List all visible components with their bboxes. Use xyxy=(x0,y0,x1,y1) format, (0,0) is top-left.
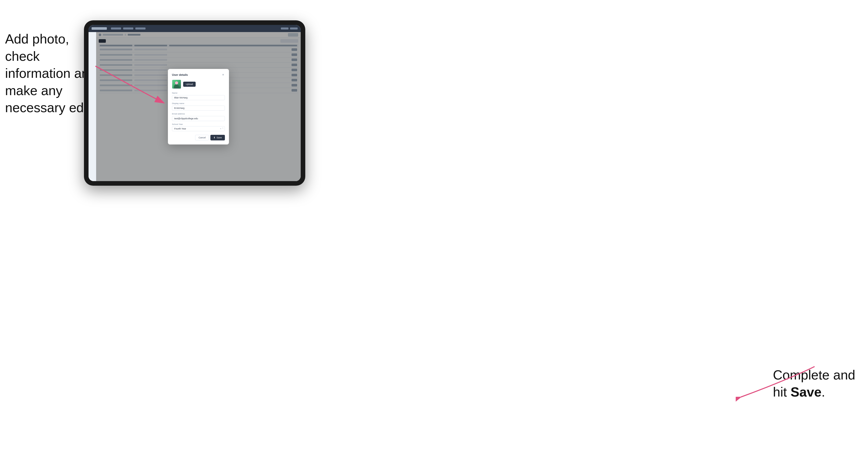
annotation-right-line2: hit xyxy=(773,384,790,399)
photo-thumbnail xyxy=(172,80,181,89)
name-input[interactable] xyxy=(172,95,225,100)
modal-footer: Cancel ⬆ Save xyxy=(172,135,225,141)
select-clear-icon[interactable]: × xyxy=(220,127,221,130)
cancel-button[interactable]: Cancel xyxy=(195,135,209,141)
main-area: User details × Upload xyxy=(96,32,301,181)
select-chevron-icon: ⌃ xyxy=(222,127,224,130)
app-content: User details × Upload xyxy=(89,32,301,181)
email-input[interactable] xyxy=(172,116,225,121)
nav-item-2 xyxy=(123,28,133,30)
name-label: Name xyxy=(172,92,225,94)
header-action-2 xyxy=(290,28,298,30)
school-year-field-group: School Year × ⌃ xyxy=(172,123,225,131)
save-icon: ⬆ xyxy=(213,136,215,139)
user-details-modal: User details × Upload xyxy=(168,69,229,145)
save-button[interactable]: ⬆ Save xyxy=(210,135,225,141)
nav-item-3 xyxy=(135,28,146,30)
annotation-right: Complete and hit Save. xyxy=(773,367,855,401)
modal-header: User details × xyxy=(172,73,225,76)
name-field-group: Name xyxy=(172,92,225,100)
nav-item-1 xyxy=(111,28,121,30)
header-action-1 xyxy=(281,28,288,30)
app-nav xyxy=(111,28,146,30)
email-field-group: Email address xyxy=(172,113,225,121)
app-header xyxy=(89,25,301,32)
tablet-screen: User details × Upload xyxy=(89,25,301,181)
school-year-input[interactable] xyxy=(172,126,225,131)
annotation-right-end: . xyxy=(822,384,825,399)
tablet-device: User details × Upload xyxy=(84,20,305,186)
display-name-field-group: Display name xyxy=(172,102,225,111)
upload-photo-button[interactable]: Upload xyxy=(183,82,196,87)
close-button[interactable]: × xyxy=(221,73,225,76)
app-logo xyxy=(92,27,107,30)
photo-section: Upload xyxy=(172,80,225,89)
display-name-input[interactable] xyxy=(172,105,225,111)
school-year-select-wrapper: × ⌃ xyxy=(172,126,225,131)
annotation-right-bold: Save xyxy=(790,384,822,399)
modal-title: User details xyxy=(172,73,188,76)
annotation-right-line1: Complete and xyxy=(773,368,855,382)
modal-overlay: User details × Upload xyxy=(96,32,301,181)
email-label: Email address xyxy=(172,113,225,115)
user-photo xyxy=(172,80,181,89)
sidebar xyxy=(89,32,96,181)
display-name-label: Display name xyxy=(172,102,225,104)
app-header-right xyxy=(281,28,298,30)
save-label: Save xyxy=(216,136,222,139)
school-year-label: School Year xyxy=(172,123,225,125)
